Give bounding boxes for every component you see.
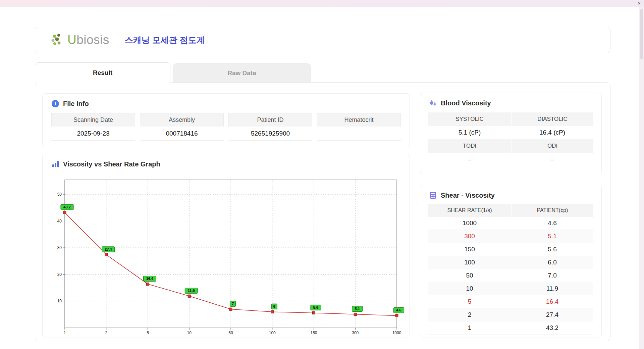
field-value: 52651925900 (228, 127, 312, 141)
svg-text:2: 2 (105, 331, 107, 335)
shear-table-row: 1006.0 (428, 256, 593, 269)
todi-value: – (428, 153, 511, 166)
svg-text:i: i (55, 101, 56, 106)
svg-text:50: 50 (57, 192, 62, 197)
svg-text:11.9: 11.9 (188, 289, 195, 293)
shear-viscosity-header: Shear - Viscosity (420, 185, 601, 199)
patient-viscosity-cell: 27.4 (511, 308, 593, 321)
bar-chart-icon (51, 160, 59, 168)
shear-rate-cell: 10 (428, 282, 511, 295)
svg-text:300: 300 (352, 331, 359, 335)
svg-text:40: 40 (57, 219, 62, 223)
shear-viscosity-title: Shear - Viscosity (441, 192, 495, 199)
shear-rate-cell: 5 (428, 295, 511, 308)
patient-viscosity-cell: 16.4 (511, 295, 593, 308)
tab-raw-data[interactable]: Raw Data (173, 63, 311, 83)
patient-viscosity-cell: 7.0 (511, 269, 593, 282)
patient-viscosity-cell: 5.1 (511, 230, 593, 243)
shear-rate-cell: 150 (428, 243, 511, 256)
logo-text: Ubiosis (67, 33, 109, 47)
shear-table-row: 227.4 (428, 308, 593, 321)
page-title: 스캐닝 모세관 점도계 (125, 35, 205, 46)
patient-viscosity-cell: 43.2 (511, 321, 593, 334)
blood-viscosity-table: SYSTOLIC DIASTOLIC 5.1 (cP) 16.4 (cP) TO… (428, 112, 593, 166)
shear-rate-cell: 2 (428, 308, 511, 321)
bv-header-row: TODI ODI (428, 139, 593, 153)
svg-text:1000: 1000 (392, 331, 401, 335)
field-hematocrit: Hematocrit (317, 113, 401, 141)
odi-value: – (511, 153, 593, 166)
shear-table-header: SHEAR RATE(1/s) PATIENT(cp) (428, 204, 593, 217)
svg-text:27.4: 27.4 (105, 247, 112, 251)
svg-text:1: 1 (64, 331, 66, 335)
svg-text:150: 150 (310, 331, 317, 335)
app-window: × Ubiosis 스캐닝 모세관 점도계 Result Raw Data (0, 0, 644, 349)
svg-text:50: 50 (228, 331, 233, 335)
svg-text:10: 10 (187, 331, 192, 335)
field-label: Hematocrit (317, 113, 401, 127)
patient-viscosity-cell: 4.6 (511, 217, 593, 230)
svg-text:10: 10 (57, 299, 62, 303)
shear-table-body: 10004.63005.11505.61006.0507.01011.9516.… (428, 217, 593, 335)
odi-label: ODI (511, 139, 593, 153)
viscosity-graph-panel: Viscosity vs Shear Rate Graph 1020304050… (42, 154, 410, 338)
shear-rate-cell: 1 (428, 321, 511, 334)
patient-viscosity-cell: 6.0 (511, 256, 593, 269)
viscosity-chart: 10203040501251050100150300100043.227.416… (43, 175, 410, 337)
shear-table-row: 10004.6 (428, 217, 593, 230)
droplets-icon (429, 99, 437, 107)
blood-viscosity-panel: Blood Viscosity SYSTOLIC DIASTOLIC 5.1 (… (420, 93, 602, 174)
file-info-title: File Info (63, 100, 89, 108)
field-label: Scanning Date (51, 113, 135, 127)
app-header: Ubiosis 스캐닝 모세관 점도계 (35, 27, 610, 53)
svg-text:20: 20 (57, 272, 62, 277)
graph-header: Viscosity vs Shear Rate Graph (43, 154, 410, 168)
field-value: 2025-09-23 (51, 127, 135, 141)
shear-table-row: 507.0 (428, 269, 593, 282)
shear-viscosity-panel: Shear - Viscosity SHEAR RATE(1/s) PATIEN… (420, 185, 602, 338)
graph-title: Viscosity vs Shear Rate Graph (63, 160, 160, 168)
field-assembly: Assembly 000718416 (140, 113, 224, 141)
bv-value-row: – – (428, 153, 593, 166)
scrollbar-thumb[interactable] (640, 9, 643, 59)
svg-text:30: 30 (57, 245, 62, 250)
shear-rate-cell: 1000 (428, 217, 511, 230)
scrollbar[interactable] (639, 7, 644, 349)
todi-label: TODI (428, 139, 511, 153)
shear-viscosity-table: SHEAR RATE(1/s) PATIENT(cp) 10004.63005.… (428, 204, 593, 335)
systolic-value: 5.1 (cP) (428, 126, 511, 139)
field-label: Patient ID (228, 113, 312, 127)
svg-text:5.6: 5.6 (313, 305, 318, 309)
window-close-button[interactable]: × (638, 1, 641, 6)
info-icon: i (51, 100, 59, 108)
shear-rate-cell: 50 (428, 269, 511, 282)
ubiosis-logo-icon (51, 33, 65, 47)
field-value (317, 127, 401, 141)
svg-text:100: 100 (269, 331, 276, 335)
diastolic-value: 16.4 (cP) (511, 126, 593, 139)
patient-viscosity-cell: 11.9 (511, 282, 593, 295)
blood-viscosity-header: Blood Viscosity (420, 93, 601, 107)
svg-text:5.1: 5.1 (355, 307, 360, 311)
svg-text:16.4: 16.4 (146, 277, 154, 281)
field-label: Assembly (140, 113, 224, 127)
svg-text:43.2: 43.2 (63, 205, 70, 209)
shear-table-row: 1505.6 (428, 243, 593, 256)
bv-value-row: 5.1 (cP) 16.4 (cP) (428, 126, 593, 139)
patient-column-header: PATIENT(cp) (511, 204, 593, 217)
systolic-label: SYSTOLIC (428, 112, 511, 126)
shear-rate-column-header: SHEAR RATE(1/s) (428, 204, 511, 217)
shear-table-row: 516.4 (428, 295, 593, 308)
shear-table-row: 143.2 (428, 321, 593, 335)
field-patient-id: Patient ID 52651925900 (228, 113, 312, 141)
svg-text:5: 5 (147, 331, 149, 335)
file-info-header: i File Info (43, 94, 410, 108)
file-info-fields: Scanning Date 2025-09-23 Assembly 000718… (43, 113, 410, 141)
shear-rate-cell: 300 (428, 230, 511, 243)
file-info-panel: i File Info Scanning Date 2025-09-23 Ass… (42, 93, 410, 147)
svg-text:6: 6 (273, 304, 275, 308)
field-scanning-date: Scanning Date 2025-09-23 (51, 113, 135, 141)
shear-table-row: 3005.1 (428, 230, 593, 243)
tab-result[interactable]: Result (35, 62, 170, 83)
bv-header-row: SYSTOLIC DIASTOLIC (428, 112, 593, 126)
